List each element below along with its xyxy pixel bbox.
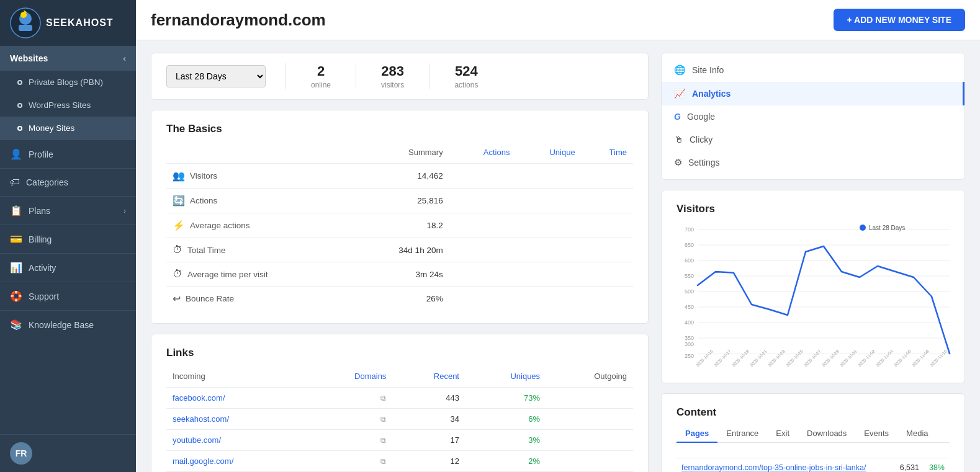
tab-exit[interactable]: Exit [767, 425, 798, 443]
basics-summary-cell: 34d 1h 20m [352, 238, 449, 262]
sidebar-item-billing[interactable]: 💳 Billing [0, 225, 136, 253]
sidebar-websites-header[interactable]: Websites ‹ [0, 46, 136, 71]
site-info-icon: 🌐 [674, 65, 686, 76]
svg-point-24 [860, 225, 866, 231]
link-outgoing-cell [546, 430, 633, 451]
metric-icon: 👥 [173, 170, 185, 182]
link-domains-cell: ⧉ [307, 409, 392, 430]
sidebar-item-label: Categories [26, 177, 68, 187]
stat-online-value: 2 [317, 63, 325, 79]
content-page-cell: fernandoraymond.com/top-35-online-jobs-i… [677, 458, 895, 473]
metric-label: Bounce Rate [186, 294, 234, 303]
svg-text:Last 28 Days: Last 28 Days [869, 225, 905, 231]
tab-pages[interactable]: Pages [677, 425, 717, 443]
subnav-analytics[interactable]: 📈 Analytics [662, 82, 964, 105]
link-outgoing-cell [546, 388, 633, 409]
links-table: Incoming Domains Recent Uniques Outgoing… [166, 369, 633, 472]
left-panel: Last 28 Days Last 7 Days Last 30 Days La… [151, 53, 649, 460]
metric-label: Total Time [187, 246, 226, 255]
visitors-title: Visitors [677, 203, 950, 215]
sidebar-item-activity[interactable]: 📊 Activity [0, 253, 136, 282]
content-url[interactable]: fernandoraymond.com/top-35-online-jobs-i… [681, 463, 890, 472]
link-uniques-cell: 73% [465, 388, 546, 409]
metric-icon: ⏱ [173, 244, 182, 256]
chevron-icon: › [124, 207, 126, 215]
dot-icon [17, 103, 22, 108]
avatar: FR [10, 442, 32, 465]
link-url[interactable]: youtube.com/ [173, 435, 221, 445]
col-metric [166, 145, 352, 164]
links-row: mail.google.com/ ⧉ 12 2% [166, 451, 633, 472]
tab-media[interactable]: Media [897, 425, 937, 443]
sidebar-item-private-blogs[interactable]: Private Blogs (PBN) [0, 71, 136, 94]
knowledge-base-icon: 📚 [10, 319, 22, 331]
basics-metric-cell: ⏱ Total Time [166, 238, 352, 262]
link-recent-cell: 34 [392, 409, 465, 430]
subnav-site-info[interactable]: 🌐 Site Info [662, 58, 964, 82]
metric-label: Visitors [190, 171, 217, 180]
link-domains-cell: ⧉ [307, 430, 392, 451]
analytics-icon: 📈 [674, 88, 686, 99]
external-link-icon[interactable]: ⧉ [380, 394, 386, 403]
sidebar-item-label: WordPress Sites [29, 100, 91, 110]
sidebar-item-categories[interactable]: 🏷 Categories [0, 168, 136, 196]
stat-visitors-label: visitors [381, 81, 404, 89]
basics-row: 👥 Visitors 14,462 [166, 164, 633, 189]
links-tbody: facebook.com/ ⧉ 443 73% seekahost.com/ ⧉… [166, 388, 633, 473]
col-recent: Recent [392, 369, 465, 388]
sidebar-item-support[interactable]: 🛟 Support [0, 282, 136, 310]
col-unique: Unique [516, 145, 581, 164]
svg-text:350: 350 [685, 335, 694, 341]
basics-table: Summary Actions Unique Time 👥 Visitors 1… [166, 145, 633, 311]
subnav-clicky[interactable]: 🖱 Clicky [662, 128, 964, 151]
metric-label: Average time per visit [187, 270, 268, 279]
col-domains: Domains [307, 369, 392, 388]
svg-text:600: 600 [685, 257, 694, 264]
basics-metric-cell: 🔄 Actions [166, 189, 352, 213]
sidebar-item-plans[interactable]: 📋 Plans › [0, 196, 136, 225]
svg-text:400: 400 [685, 319, 694, 326]
basics-unique-cell [516, 262, 581, 287]
external-link-icon[interactable]: ⧉ [380, 457, 386, 466]
sidebar-item-wordpress-sites[interactable]: WordPress Sites [0, 94, 136, 117]
basics-row: ⚡ Average actions 18.2 [166, 213, 633, 238]
sidebar-sub-items: Private Blogs (PBN) WordPress Sites Mone… [0, 71, 136, 140]
add-money-site-button[interactable]: + ADD NEW MONEY SITE [834, 9, 965, 31]
external-link-icon[interactable]: ⧉ [380, 436, 386, 445]
sidebar-item-label: Activity [29, 263, 56, 273]
tab-downloads[interactable]: Downloads [798, 425, 855, 443]
svg-text:2020-10-27: 2020-10-27 [803, 349, 822, 367]
svg-text:2020-11-10: 2020-11-10 [929, 349, 948, 367]
sidebar-item-knowledge-base[interactable]: 📚 Knowledge Base [0, 310, 136, 339]
basics-time-cell [582, 189, 633, 213]
link-url[interactable]: facebook.com/ [173, 393, 225, 403]
content-area: Last 28 Days Last 7 Days Last 30 Days La… [136, 40, 980, 472]
metric-icon: ↩ [173, 293, 181, 305]
subnav-label: Settings [688, 158, 720, 167]
sidebar-item-money-sites[interactable]: Money Sites [0, 117, 136, 140]
svg-text:2020-11-04: 2020-11-04 [875, 349, 894, 367]
content-title: Content [677, 406, 950, 419]
period-select[interactable]: Last 28 Days Last 7 Days Last 30 Days La… [166, 65, 266, 87]
profile-icon: 👤 [10, 148, 22, 160]
external-link-icon[interactable]: ⧉ [380, 415, 386, 424]
link-url[interactable]: seekahost.com/ [173, 414, 229, 424]
content-section: Content Pages Entrance Exit Downloads Ev… [661, 393, 965, 472]
tab-entrance[interactable]: Entrance [717, 425, 767, 443]
settings-icon: ⚙ [674, 157, 682, 168]
websites-label: Websites [10, 53, 48, 63]
subnav-google[interactable]: G Google [662, 105, 964, 128]
sidebar-item-label: Knowledge Base [29, 320, 94, 330]
tab-events[interactable]: Events [855, 425, 897, 443]
basics-row: 🔄 Actions 25,816 [166, 189, 633, 213]
link-url[interactable]: mail.google.com/ [173, 456, 233, 466]
sidebar-item-profile[interactable]: 👤 Profile [0, 140, 136, 168]
content-pct-cell: 38% [924, 458, 950, 473]
sidebar: SEEKAHOST Websites ‹ Private Blogs (PBN)… [0, 0, 136, 472]
visitors-section: Visitors 700 650 600 550 500 450 400 350… [661, 190, 965, 383]
basics-actions-cell [449, 213, 516, 238]
svg-text:2020-11-08: 2020-11-08 [911, 349, 930, 367]
subnav-settings[interactable]: ⚙ Settings [662, 151, 964, 174]
sidebar-item-label: Profile [29, 149, 53, 159]
svg-text:2020-10-31: 2020-10-31 [839, 349, 858, 367]
